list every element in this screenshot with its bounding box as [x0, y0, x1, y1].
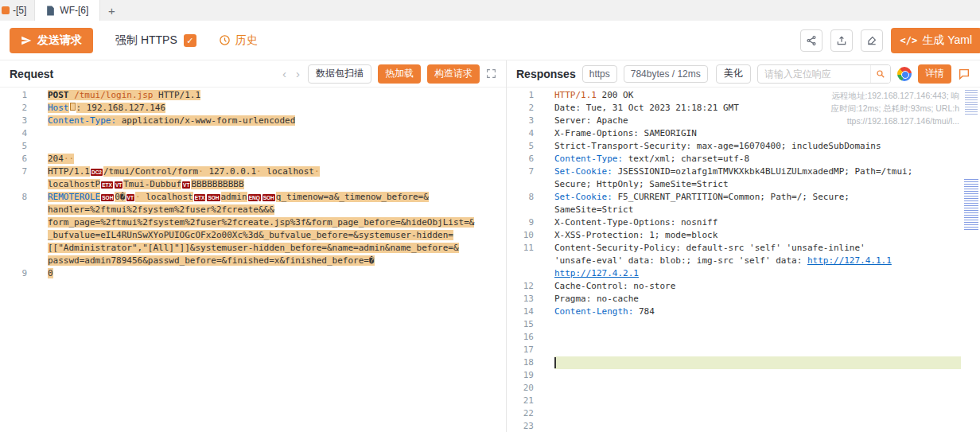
code-token: SameSite=Strict — [554, 204, 633, 215]
prev-packet-button[interactable]: ‹ — [281, 67, 288, 80]
line-number: 4 — [507, 127, 539, 140]
editor-row: 22 — [507, 407, 980, 420]
minimap-block-top — [965, 90, 978, 115]
code-line: Host: 192.168.127.146 — [48, 102, 165, 115]
construct-request-button[interactable]: 构造请求 — [427, 64, 480, 84]
line-number: 8 — [507, 191, 539, 204]
line-number: 5 — [0, 140, 32, 153]
search-button[interactable] — [870, 65, 890, 83]
code-token: 204 — [48, 154, 64, 164]
line-number: 20 — [507, 382, 539, 395]
request-panel: Request ‹ › 数据包扫描 热加载 构造请求 1POST /tmui/l… — [0, 60, 507, 432]
beautify-button[interactable]: 美化 — [716, 64, 751, 84]
line-number: 9 — [0, 267, 32, 280]
code-token: Pragma: no-cache — [554, 294, 639, 304]
responses-title: Responses — [516, 68, 576, 80]
code-token: passwd=admin789456&passwd_before=&finish… — [48, 255, 375, 266]
fuzzer-toolbar: 发送请求 强制 HTTPS ✓ 历史 </> 生成 Yaml — [0, 21, 980, 60]
code-line: 204·· — [48, 153, 74, 165]
editor-row: 4 — [0, 127, 506, 140]
editor-row: 3Content-Type: application/x-www-form-ur… — [0, 115, 506, 127]
code-line: X-XSS-Protection: 1; mode=block — [554, 229, 718, 242]
code-token: Set-Cookie: — [554, 166, 612, 177]
response-panel: Responses https 784bytes / 12ms 美化 详情 — [507, 60, 980, 432]
code-token: Date: Tue, 31 Oct 2023 21:18:21 GMT — [554, 103, 739, 113]
editor-row: handler=%2ftmui%2fsystem%2fuser%2fcreate… — [0, 204, 506, 216]
toolbar-right-group: </> 生成 Yaml — [800, 28, 970, 53]
line-number: 9 — [507, 216, 539, 229]
fullscreen-button[interactable] — [486, 68, 496, 79]
code-line: http://127.4.2.1 — [554, 267, 639, 280]
editor-row: passwd=admin789456&passwd_before=&finish… — [0, 255, 506, 267]
line-number: 7 — [507, 165, 539, 178]
control-char-badge: SOH — [207, 194, 220, 201]
code-token: 127.0.0.1 — [204, 166, 256, 177]
request-editor[interactable]: 1POST /tmui/login.jsp HTTP/1.12Host: 192… — [0, 88, 506, 432]
new-tab-button[interactable]: + — [100, 0, 122, 21]
control-char-badge: ETX — [194, 194, 206, 201]
minimap[interactable] — [962, 88, 980, 432]
code-line: Content-Type: text/xml; charset=utf-8 — [554, 153, 749, 165]
open-in-chrome-icon[interactable] — [897, 67, 912, 81]
line-number: 17 — [507, 344, 539, 356]
control-char-badge: ETX — [101, 181, 113, 189]
code-token: localhost — [141, 192, 193, 202]
history-label: 历史 — [235, 33, 258, 48]
line-number: 4 — [0, 127, 32, 140]
main-split: Request ‹ › 数据包扫描 热加载 构造请求 1POST /tmui/l… — [0, 60, 980, 432]
code-line: form_page=%2ftmui%2fsystem%2fuser%2fcrea… — [48, 216, 474, 229]
control-char-badge: SOH — [101, 194, 114, 201]
tab-item-active[interactable]: WF-[6] — [34, 0, 100, 21]
code-token: POST — [48, 90, 74, 100]
editor-row: 5Strict-Transport-Security: max-age=1607… — [507, 140, 980, 153]
code-token: 784 — [633, 306, 655, 317]
code-line: Set-Cookie: F5_CURRENT_PARTITION=Common;… — [554, 191, 850, 204]
share-button[interactable] — [800, 29, 822, 52]
code-token: X-Frame-Options: SAMEORIGIN — [554, 128, 697, 138]
search-input[interactable] — [758, 68, 870, 80]
send-request-button[interactable]: 发送请求 — [10, 28, 93, 53]
control-char-badge: ENQ — [248, 194, 261, 201]
code-line: SameSite=Strict — [554, 204, 633, 216]
code-token: Content-Type: — [48, 115, 116, 126]
details-button[interactable]: 详情 — [918, 64, 951, 84]
packet-scan-button[interactable]: 数据包扫描 — [308, 64, 371, 84]
code-line: Date: Tue, 31 Oct 2023 21:18:21 GMT — [554, 102, 739, 115]
editor-row: 6204·· — [0, 153, 506, 165]
next-packet-button[interactable]: › — [294, 67, 301, 80]
response-editor[interactable]: 1HTTP/1.1 200 OK远程地址:192.168.127.146:443… — [507, 88, 980, 432]
request-panel-header: Request ‹ › 数据包扫描 热加载 构造请求 — [0, 60, 506, 88]
line-number: 1 — [507, 89, 539, 102]
code-line: localhostPETXVTTmui-DubbufVTBBBBBBBBBB — [48, 178, 244, 191]
tab-item-partial[interactable]: -[5] — [0, 0, 34, 21]
control-char-badge: VT — [182, 181, 190, 189]
share-icon — [806, 35, 817, 46]
minimap-block-cookies — [964, 179, 978, 232]
edit-button[interactable] — [861, 29, 883, 52]
editor-row: [["Administrator","[All]"]]&systemuser-h… — [0, 242, 506, 255]
code-token: application/x-www-form-urlencoded — [116, 115, 295, 126]
code-line — [554, 356, 961, 369]
feedback-chat-icon[interactable] — [958, 68, 970, 80]
line-number: 21 — [507, 395, 539, 407]
generate-yaml-button[interactable]: </> 生成 Yaml — [891, 28, 980, 53]
editor-row: 2Host: 192.168.127.146 — [0, 102, 506, 115]
code-token: : 192.168.127.146 — [76, 103, 166, 113]
history-button[interactable]: 历史 — [219, 33, 258, 48]
editor-row: 9X-Content-Type-Options: nosniff — [507, 216, 980, 229]
line-number: 1 — [0, 89, 32, 102]
line-number: 23 — [507, 420, 539, 432]
request-header-actions: ‹ › 数据包扫描 热加载 构造请求 — [281, 64, 496, 84]
editor-row: 13Pragma: no-cache — [507, 293, 980, 306]
tab-icon — [2, 6, 10, 14]
code-token: Server: Apache — [554, 115, 628, 126]
editor-row: 3Server: Apachettps://192.168.127.146/tm… — [507, 115, 980, 127]
line-number: 16 — [507, 331, 539, 344]
hot-reload-button[interactable]: 热加载 — [378, 64, 421, 84]
send-request-label: 发送请求 — [37, 33, 82, 48]
force-https-checkbox[interactable]: ✓ — [184, 34, 196, 47]
code-token: Cache-Control: no-store — [554, 281, 675, 291]
code-token: _bufvalue=eIL4RUnSwXYoPUIOGcOFx2o00Xc%3d… — [48, 230, 453, 240]
code-line: Set-Cookie: JSESSIONID=ozlafg1mTMVKXkbk4… — [554, 165, 912, 178]
export-button[interactable] — [830, 29, 853, 52]
